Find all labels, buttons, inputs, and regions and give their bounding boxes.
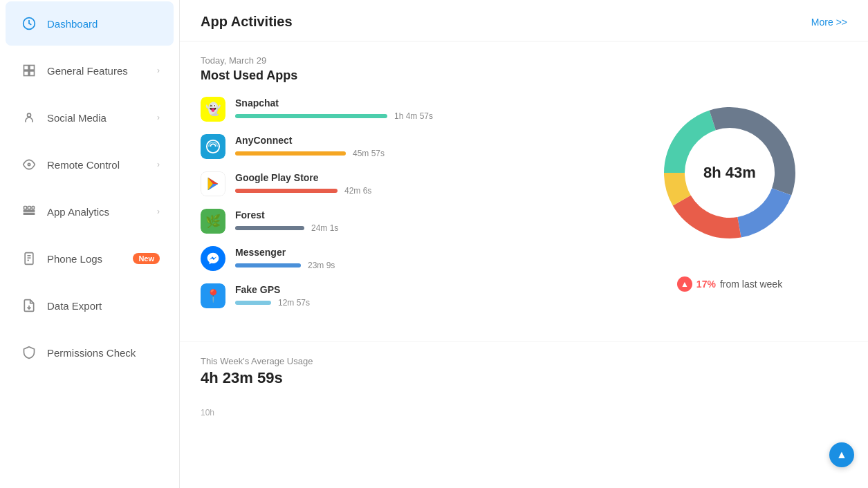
more-link[interactable]: More >>: [811, 17, 847, 28]
bar-time: 45m 57s: [353, 149, 385, 158]
percent-label: from last week: [720, 279, 782, 290]
bar-time: 1h 4m 57s: [394, 111, 433, 121]
sidebar-item-data-export[interactable]: Data Export: [6, 283, 174, 328]
weekly-section: This Week's Average Usage 4h 23m 59s: [180, 341, 868, 401]
app-info: Fake GPS 12m 57s: [235, 284, 598, 308]
percent-value: 17%: [696, 279, 716, 290]
chevron-right-icon: ›: [157, 113, 160, 122]
sidebar-item-remote-control[interactable]: Remote Control ›: [6, 142, 174, 187]
sidebar-item-label: App Analytics: [47, 206, 109, 218]
bar-time: 42m 6s: [344, 186, 371, 196]
weekly-label: This Week's Average Usage: [201, 356, 847, 366]
list-item: 🌿 Forest 24m 1s: [201, 209, 598, 234]
activities-header: App Activities More >>: [180, 0, 868, 41]
bar-time: 24m 1s: [311, 223, 338, 233]
sidebar-item-label: Phone Logs: [47, 253, 102, 265]
app-name: Messenger: [235, 247, 598, 258]
sidebar-item-general-features[interactable]: General Features ›: [6, 48, 174, 93]
app-info: AnyConnect 45m 57s: [235, 135, 598, 158]
svg-rect-3: [24, 71, 29, 76]
sidebar-item-label: Data Export: [47, 300, 102, 312]
app-info: Forest 24m 1s: [235, 209, 598, 233]
app-info: Google Play Store 42m 6s: [235, 172, 598, 196]
app-name: Snapchat: [235, 97, 598, 109]
remote-control-icon: [19, 155, 39, 174]
svg-point-5: [28, 113, 31, 117]
bar-fill: [235, 263, 301, 268]
main-content: App Activities More >> Today, March 29 M…: [180, 0, 868, 488]
chevron-right-icon: ›: [157, 160, 160, 169]
svg-rect-4: [30, 71, 35, 76]
list-item: 👻 Snapchat 1h 4m 57s: [201, 97, 598, 122]
page-title: App Activities: [201, 14, 293, 30]
app-name: Forest: [235, 209, 598, 220]
bar-container: 45m 57s: [235, 149, 598, 158]
svg-rect-11: [24, 214, 35, 215]
list-item: Google Play Store 42m 6s: [201, 171, 598, 196]
sidebar: Dashboard General Features › Social Medi…: [0, 0, 180, 488]
app-name: AnyConnect: [235, 135, 598, 146]
permissions-check-icon: [19, 343, 39, 362]
app-rows: 👻 Snapchat 1h 4m 57s AnyConnect 45m 57s: [201, 97, 598, 308]
sidebar-item-permissions-check[interactable]: Permissions Check: [6, 330, 174, 375]
app-name: Fake GPS: [235, 284, 598, 295]
sidebar-item-label: Remote Control: [47, 159, 120, 171]
app-icon: [201, 171, 225, 196]
svg-rect-9: [32, 207, 34, 209]
bar-time: 12m 57s: [278, 298, 310, 308]
bar-container: 24m 1s: [235, 223, 598, 233]
svg-rect-1: [24, 66, 29, 71]
list-item: 📍 Fake GPS 12m 57s: [201, 283, 598, 308]
sidebar-item-app-analytics[interactable]: App Analytics ›: [6, 189, 174, 234]
bar-fill: [235, 114, 387, 118]
general-features-icon: [19, 61, 39, 80]
weekly-value: 4h 23m 59s: [201, 369, 847, 387]
date-label: Today, March 29: [201, 55, 598, 66]
bar-fill: [235, 189, 338, 193]
data-export-icon: [19, 296, 39, 315]
app-icon: [201, 246, 225, 271]
app-icon: 👻: [201, 97, 225, 122]
bar-fill: [235, 226, 304, 230]
app-icon: 🌿: [201, 209, 225, 234]
sidebar-item-social-media[interactable]: Social Media ›: [6, 95, 174, 140]
svg-point-6: [28, 163, 30, 165]
app-icon: [201, 134, 225, 159]
sidebar-item-dashboard[interactable]: Dashboard: [6, 1, 174, 46]
sidebar-item-label: General Features: [47, 65, 128, 77]
bar-time: 23m 9s: [308, 261, 335, 270]
chevron-right-icon: ›: [157, 207, 160, 216]
time-label: 10h: [201, 408, 214, 417]
percent-change: ▲ 17% from last week: [677, 276, 782, 292]
scroll-top-button[interactable]: ▲: [829, 442, 854, 467]
app-icon: 📍: [201, 283, 225, 308]
sidebar-item-label: Permissions Check: [47, 347, 136, 359]
svg-rect-7: [24, 207, 27, 209]
app-info: Messenger 23m 9s: [235, 247, 598, 270]
svg-rect-8: [28, 207, 30, 209]
bar-container: 42m 6s: [235, 186, 598, 196]
right-panel: 8h 43m ▲ 17% from last week: [612, 55, 847, 321]
svg-rect-2: [30, 66, 35, 71]
app-analytics-icon: [19, 202, 39, 221]
section-title: Most Used Apps: [201, 68, 598, 83]
app-info: Snapchat 1h 4m 57s: [235, 97, 598, 121]
bar-fill: [235, 301, 271, 305]
phone-logs-icon: [19, 249, 39, 268]
bar-fill: [235, 151, 346, 156]
svg-rect-10: [24, 210, 35, 212]
chevron-right-icon: ›: [157, 66, 160, 75]
donut-chart: 8h 43m: [640, 83, 820, 263]
list-item: Messenger 23m 9s: [201, 246, 598, 271]
donut-center-text: 8h 43m: [703, 164, 756, 182]
app-name: Google Play Store: [235, 172, 598, 183]
left-panel: Today, March 29 Most Used Apps 👻 Snapcha…: [201, 55, 598, 321]
scroll-top-icon: ▲: [836, 449, 847, 461]
sidebar-item-phone-logs[interactable]: Phone Logs New: [6, 236, 174, 281]
social-media-icon: [19, 108, 39, 127]
bar-container: 1h 4m 57s: [235, 111, 598, 121]
sidebar-item-label: Dashboard: [47, 18, 98, 30]
bar-container: 12m 57s: [235, 298, 598, 308]
new-badge: New: [133, 253, 160, 264]
bottom-bar: 10h: [180, 401, 868, 424]
